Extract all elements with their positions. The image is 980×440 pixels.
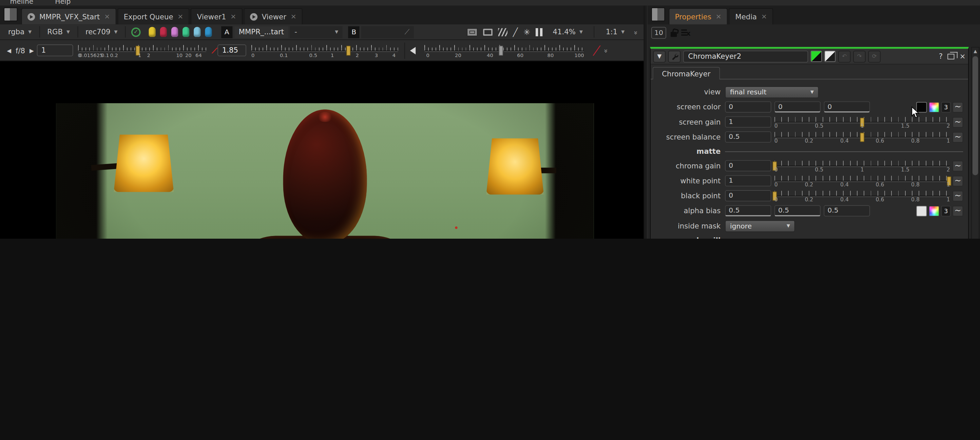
screen-gain-field[interactable]: 1 xyxy=(725,116,771,128)
input-b-button[interactable]: B xyxy=(348,26,360,38)
close-icon[interactable]: × xyxy=(104,13,110,21)
marker-pen-icon[interactable] xyxy=(183,27,189,37)
marker-pen-icon[interactable] xyxy=(149,27,155,37)
scroll-up-icon[interactable]: ▲ xyxy=(972,48,978,55)
animation-curve-button[interactable]: ~ xyxy=(953,161,963,171)
close-all-panels-icon[interactable]: x xyxy=(681,29,690,36)
node-color-swatch[interactable] xyxy=(811,51,822,62)
revert-icon[interactable]: ⟳ xyxy=(868,50,881,62)
gain-input[interactable]: 1 xyxy=(37,45,73,56)
animation-curve-button[interactable]: ~ xyxy=(953,206,963,216)
prev-arrow-icon[interactable]: ◀ xyxy=(4,47,14,53)
pane-layout-icon[interactable] xyxy=(651,8,665,21)
wipe-icon[interactable] xyxy=(498,28,508,36)
gain-slider[interactable]: 00.0156250.10.212102064 xyxy=(78,41,206,60)
marker-pen-icon[interactable] xyxy=(194,27,200,37)
screen-balance-slider[interactable]: 00.20.40.60.81 xyxy=(775,130,950,144)
color-swatch-button[interactable] xyxy=(916,206,927,216)
animation-curve-button[interactable]: ~ xyxy=(953,132,963,142)
input-b-source-dropdown[interactable]: ⟋ xyxy=(361,26,414,38)
animation-curve-button[interactable]: ~ xyxy=(953,117,963,127)
tab-viewer1[interactable]: Viewer1 × xyxy=(191,8,242,24)
lock-icon[interactable] xyxy=(671,32,677,37)
proxy-dropdown[interactable]: 1:1▼ xyxy=(601,26,629,39)
multi-value-button[interactable]: 3 xyxy=(941,206,951,216)
animation-curve-button[interactable]: ~ xyxy=(953,190,963,201)
tab-media[interactable]: Media × xyxy=(729,8,773,24)
marker-pen-icon[interactable] xyxy=(171,27,178,37)
animation-curve-button[interactable]: ~ xyxy=(953,102,963,112)
viewer-canvas[interactable] xyxy=(0,61,644,239)
black-point-field[interactable]: 0 xyxy=(725,190,771,201)
color-wheel-button[interactable] xyxy=(929,102,939,112)
zoom-level-dropdown[interactable]: 41.4%▼ xyxy=(549,26,587,39)
redo-icon[interactable]: ↷ xyxy=(853,50,866,62)
float-window-icon[interactable] xyxy=(948,54,955,59)
volume-slider[interactable]: 020406080100 xyxy=(425,41,584,60)
marker-pen-icon[interactable] xyxy=(205,27,212,37)
blend-mode-dropdown[interactable]: -▼ xyxy=(290,26,343,38)
screen-color-g-field[interactable]: 0 xyxy=(775,101,821,112)
max-panels-field[interactable]: 10 xyxy=(651,27,666,38)
animation-curve-button[interactable]: ~ xyxy=(953,175,963,186)
roi-gear-icon[interactable]: ✳ xyxy=(523,27,530,37)
black-point-slider[interactable]: 00.20.40.60.81 xyxy=(775,189,950,203)
alpha-bias-g-field[interactable]: 0.5 xyxy=(775,205,821,216)
alpha-bias-b-field[interactable]: 0.5 xyxy=(824,205,870,216)
close-icon[interactable]: × xyxy=(230,13,236,21)
chroma-gain-field[interactable]: 0 xyxy=(725,160,771,171)
collapse-chevrons-icon[interactable]: » xyxy=(632,30,640,33)
inside-mask-dropdown[interactable]: ignore▼ xyxy=(725,220,795,232)
display-window-icon[interactable] xyxy=(467,28,477,36)
close-panel-icon[interactable]: × xyxy=(960,52,966,61)
color-wheel-button[interactable] xyxy=(929,206,939,216)
wrench-icon[interactable] xyxy=(668,50,681,62)
undo-icon[interactable]: ↶ xyxy=(838,50,851,62)
view-dropdown[interactable]: final result▼ xyxy=(725,86,819,98)
pane-splitter[interactable] xyxy=(644,6,648,239)
lut-dropdown[interactable]: rec709▼ xyxy=(81,26,122,39)
screen-color-b-field[interactable]: 0 xyxy=(824,101,870,112)
speaker-icon[interactable] xyxy=(410,46,416,54)
annotation-pen-icon[interactable]: ╱ xyxy=(593,45,600,56)
display-channel-dropdown[interactable]: RGB▼ xyxy=(43,26,74,39)
menu-timeline[interactable]: meline xyxy=(10,0,33,6)
close-icon[interactable]: × xyxy=(291,13,296,21)
collapse-triangle-icon[interactable]: ▼ xyxy=(653,50,665,62)
collapse-chevrons-icon[interactable]: » xyxy=(602,49,610,52)
check-circle-icon[interactable]: ✓ xyxy=(131,27,141,37)
input-a-source-dropdown[interactable]: MMPR_...tart xyxy=(234,26,288,38)
format-icon[interactable] xyxy=(483,29,493,35)
tab-mmpr-vfx-start[interactable]: MMPR_VFX_Start × xyxy=(21,8,116,24)
help-button[interactable]: ? xyxy=(939,52,943,61)
gamma-input[interactable]: 1.85 xyxy=(218,45,247,56)
tab-export-queue[interactable]: Export Queue × xyxy=(118,8,189,24)
multi-value-button[interactable]: 3 xyxy=(941,102,951,112)
gl-color-swatch[interactable] xyxy=(824,51,835,62)
channels-dropdown[interactable]: rgba▼ xyxy=(4,26,36,39)
screen-balance-field[interactable]: 0.5 xyxy=(725,131,771,143)
node-name-field[interactable]: ChromaKeyer2 xyxy=(683,50,808,62)
properties-scrollbar[interactable]: ▲ ▼ xyxy=(971,47,979,239)
input-a-button[interactable]: A xyxy=(221,26,232,38)
viewer-image[interactable] xyxy=(56,103,594,239)
tab-viewer[interactable]: Viewer × xyxy=(243,8,302,24)
pane-layout-icon[interactable] xyxy=(4,8,18,21)
close-icon[interactable]: × xyxy=(177,13,183,21)
tab-chromakeyer[interactable]: ChromaKeyer xyxy=(653,67,720,80)
tab-properties[interactable]: Properties × xyxy=(668,8,728,24)
gamma-slider[interactable]: 00.10.51234 xyxy=(251,41,398,60)
close-icon[interactable]: × xyxy=(716,13,722,21)
close-icon[interactable]: × xyxy=(761,13,767,21)
screen-color-r-field[interactable]: 0 xyxy=(725,101,771,112)
next-arrow-icon[interactable]: ▶ xyxy=(27,47,37,53)
screen-gain-slider[interactable]: 00.511.52 xyxy=(775,115,950,129)
menu-help[interactable]: Help xyxy=(55,0,70,6)
white-point-slider[interactable]: 00.20.40.60.81 xyxy=(775,174,950,188)
chroma-gain-slider[interactable]: 00.511.52 xyxy=(775,159,950,173)
alpha-bias-r-field[interactable]: 0.5 xyxy=(725,205,771,216)
pause-icon[interactable] xyxy=(536,28,543,36)
white-point-field[interactable]: 1 xyxy=(725,175,771,187)
scrollbar-thumb[interactable] xyxy=(972,56,978,175)
slash-icon[interactable]: ╱ xyxy=(513,27,518,37)
